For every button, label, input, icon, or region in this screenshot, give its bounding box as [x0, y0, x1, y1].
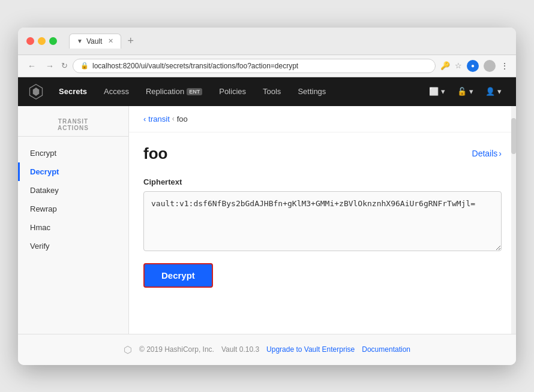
nav-tools[interactable]: Tools — [256, 83, 288, 99]
sidebar-item-encrypt[interactable]: Encrypt — [18, 144, 128, 162]
nav-secrets[interactable]: Secrets — [52, 83, 94, 99]
lock-nav-chevron: ▾ — [469, 87, 473, 96]
key-icon[interactable]: 🔑 — [440, 61, 450, 70]
breadcrumb-separator: ‹ — [172, 114, 175, 123]
vault-navbar: Secrets Access Replication ENT Policies … — [18, 77, 516, 106]
sidebar-section-title: TRANSITACTIONS — [18, 118, 128, 136]
address-bar: ← → ↻ 🔒 localhost:8200/ui/vault/secrets/… — [18, 55, 516, 77]
chrome-icon-inner: ● — [471, 62, 475, 69]
vault-logo — [28, 83, 44, 100]
breadcrumb: ‹ transit ‹ foo — [129, 106, 516, 132]
refresh-button[interactable]: ↻ — [61, 61, 68, 70]
details-chevron-right: › — [499, 149, 502, 158]
nav-settings-label: Settings — [298, 87, 326, 96]
decrypt-button[interactable]: Decrypt — [143, 263, 213, 288]
tab-bar: ▼ Vault ✕ + — [69, 34, 508, 49]
scrollbar-track[interactable] — [511, 106, 516, 334]
ciphertext-textarea[interactable] — [143, 191, 502, 251]
nav-access[interactable]: Access — [97, 83, 136, 99]
lock-nav-icon: 🔓 — [457, 87, 467, 96]
replication-badge: ENT — [187, 88, 202, 95]
nav-policies[interactable]: Policies — [212, 83, 253, 99]
user-avatar[interactable] — [484, 60, 496, 72]
footer-copyright: © 2019 HashiCorp, Inc. — [139, 345, 214, 354]
details-link-text: Details — [472, 149, 498, 158]
back-button[interactable]: ← — [25, 60, 38, 72]
lock-icon: 🔒 — [80, 62, 89, 70]
terminal-icon: ⬜ — [429, 87, 439, 96]
nav-secrets-label: Secrets — [59, 87, 87, 96]
svg-marker-1 — [33, 88, 40, 96]
page-content: foo Details › Ciphertext Decrypt — [129, 132, 516, 300]
sidebar: TRANSITACTIONS Encrypt Decrypt Datakey R… — [18, 106, 129, 334]
url-bar[interactable]: 🔒 localhost:8200/ui/vault/secrets/transi… — [73, 59, 436, 73]
main-content: ‹ transit ‹ foo foo Details › Ciphertext — [129, 106, 516, 300]
sidebar-item-verify[interactable]: Verify — [18, 237, 128, 255]
star-icon[interactable]: ☆ — [455, 61, 462, 70]
hashicorp-logo-icon: ⬡ — [124, 344, 132, 355]
content-wrapper: ‹ transit ‹ foo foo Details › Ciphertext — [129, 106, 516, 334]
user-nav-icon: 👤 — [485, 87, 495, 96]
forward-button[interactable]: → — [43, 60, 56, 72]
sidebar-divider — [18, 136, 128, 137]
breadcrumb-current: foo — [177, 114, 188, 123]
footer-upgrade-link[interactable]: Upgrade to Vault Enterprise — [266, 345, 355, 354]
user-nav-button[interactable]: 👤 ▾ — [481, 85, 506, 98]
minimize-button[interactable] — [38, 37, 46, 45]
sidebar-item-hmac[interactable]: Hmac — [18, 218, 128, 237]
nav-settings[interactable]: Settings — [290, 83, 333, 99]
main-layout: TRANSITACTIONS Encrypt Decrypt Datakey R… — [18, 106, 516, 334]
footer: ⬡ © 2019 HashiCorp, Inc. Vault 0.10.3 Up… — [18, 334, 516, 365]
scrollbar-thumb[interactable] — [511, 118, 516, 154]
breadcrumb-transit-link[interactable]: transit — [148, 114, 169, 123]
sidebar-item-datakey[interactable]: Datakey — [18, 181, 128, 200]
breadcrumb-chevron-left: ‹ — [143, 114, 146, 123]
sidebar-item-decrypt[interactable]: Decrypt — [18, 162, 128, 181]
nav-policies-label: Policies — [219, 87, 246, 96]
ciphertext-label: Ciphertext — [143, 177, 502, 186]
traffic-lights — [26, 37, 57, 45]
sidebar-item-rewrap[interactable]: Rewrap — [18, 200, 128, 218]
nav-tools-label: Tools — [263, 87, 281, 96]
page-title: foo — [143, 144, 167, 163]
nav-access-label: Access — [104, 87, 129, 96]
maximize-button[interactable] — [49, 37, 57, 45]
terminal-button[interactable]: ⬜ ▾ — [424, 85, 450, 98]
chrome-menu-button[interactable]: ⋮ — [500, 61, 509, 71]
tab-title: Vault — [86, 37, 102, 46]
active-tab[interactable]: ▼ Vault ✕ — [69, 34, 121, 49]
user-nav-chevron: ▾ — [497, 87, 502, 96]
close-button[interactable] — [26, 37, 34, 45]
url-text: localhost:8200/ui/vault/secrets/transit/… — [92, 62, 428, 70]
url-actions: 🔑 ☆ ● ⋮ — [440, 60, 509, 72]
vault-tab-icon: ▼ — [77, 38, 83, 44]
footer-version: Vault 0.10.3 — [221, 345, 259, 354]
nav-replication[interactable]: Replication ENT — [139, 83, 209, 99]
nav-replication-label: Replication — [146, 87, 184, 96]
title-bar: ▼ Vault ✕ + — [18, 28, 516, 55]
page-header: foo Details › — [143, 144, 502, 163]
footer-docs-link[interactable]: Documentation — [362, 345, 410, 354]
details-link[interactable]: Details › — [472, 149, 502, 158]
new-tab-button[interactable]: + — [125, 35, 136, 47]
lock-nav-button[interactable]: 🔓 ▾ — [452, 85, 478, 98]
sync-icon[interactable]: ● — [467, 60, 479, 72]
tab-close-button[interactable]: ✕ — [108, 37, 113, 45]
terminal-chevron: ▾ — [441, 87, 445, 96]
